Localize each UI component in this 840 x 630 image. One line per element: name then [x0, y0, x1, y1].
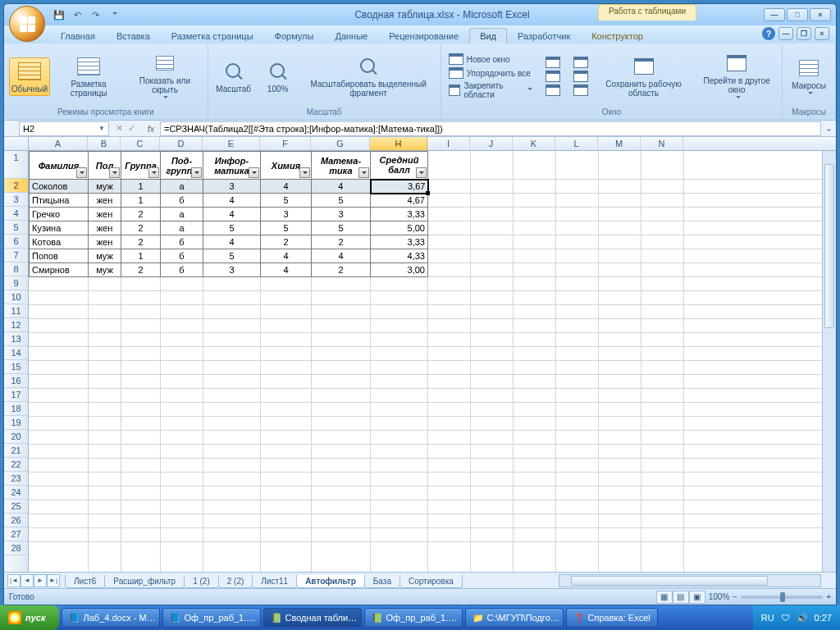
row-header-24[interactable]: 24	[4, 486, 28, 500]
cell[interactable]: 4,67	[371, 194, 428, 208]
cell[interactable]: 4	[261, 249, 312, 263]
close-button[interactable]: ×	[810, 8, 831, 21]
row-header-19[interactable]: 19	[4, 416, 28, 430]
row-header-5[interactable]: 5	[4, 221, 28, 235]
sheet-nav-prev-icon[interactable]: ◄	[21, 574, 34, 587]
tab-Формулы[interactable]: Формулы	[264, 28, 325, 43]
row-header-7[interactable]: 7	[4, 249, 28, 262]
tray-icon[interactable]: 🔊	[797, 613, 808, 623]
zoom-slider[interactable]	[741, 596, 823, 599]
cell[interactable]: 1	[121, 180, 161, 194]
col-header-E[interactable]: E	[203, 137, 260, 150]
filter-button-icon[interactable]	[416, 167, 427, 178]
sheet-tab-1 (2)[interactable]: 1 (2)	[184, 575, 219, 588]
enter-icon[interactable]: ✓	[126, 123, 138, 134]
cell[interactable]: 4	[261, 263, 312, 277]
row-header-21[interactable]: 21	[4, 444, 28, 458]
formula-bar[interactable]: =СРЗНАЧ(Таблица2[[#Эта строка];[Инфор-ма…	[160, 121, 821, 136]
col-header-C[interactable]: C	[121, 137, 160, 150]
row-header-13[interactable]: 13	[4, 332, 28, 346]
system-tray[interactable]: RU 🛡 🔊 0:27	[753, 605, 840, 630]
cell[interactable]: жен	[89, 235, 121, 249]
cell[interactable]: 4	[261, 180, 312, 194]
col-header-H[interactable]: H	[370, 137, 427, 150]
clock[interactable]: 0:27	[815, 613, 832, 623]
fx-icon[interactable]: fx	[142, 124, 160, 134]
sheet-tab-Расшир_фильтр[interactable]: Расшир_фильтр	[104, 575, 185, 588]
cell[interactable]: 5	[312, 221, 371, 235]
cell[interactable]: муж	[89, 263, 121, 277]
col-header-F[interactable]: F	[260, 137, 311, 150]
cell[interactable]: муж	[89, 180, 121, 194]
name-box[interactable]: H2▼	[19, 121, 109, 136]
cell[interactable]: 5	[261, 221, 312, 235]
row-header-12[interactable]: 12	[4, 318, 28, 332]
cell[interactable]: 5	[203, 221, 261, 235]
cell[interactable]: 3,00	[371, 263, 428, 277]
tab-Конструктор[interactable]: Конструктор	[581, 28, 654, 43]
sheet-tab-База[interactable]: База	[364, 575, 400, 588]
filter-button-icon[interactable]	[299, 167, 310, 178]
col-header-L[interactable]: L	[555, 137, 598, 150]
view-page-layout-button[interactable]: Разметка страницы	[53, 52, 124, 100]
cell[interactable]: Гречко	[30, 208, 89, 221]
row-header-27[interactable]: 27	[4, 527, 28, 541]
taskbar-item[interactable]: 📗Оф_пр_раб_1.…	[364, 608, 463, 628]
zoom-100-button[interactable]: 100%	[258, 57, 299, 96]
minimize-button[interactable]: —	[764, 8, 785, 21]
sheet-tab-Лист11[interactable]: Лист11	[252, 575, 297, 588]
row-header-14[interactable]: 14	[4, 346, 28, 360]
taskbar-item[interactable]: 📘Оф_пр_раб_1.…	[162, 608, 261, 628]
tab-Вставка[interactable]: Вставка	[106, 28, 161, 43]
row-header-8[interactable]: 8	[4, 262, 28, 276]
macros-button[interactable]: Макросы	[788, 54, 830, 99]
cell[interactable]: 5	[312, 194, 371, 208]
tab-Вид[interactable]: Вид	[469, 28, 507, 43]
col-header-J[interactable]: J	[470, 137, 513, 150]
cell[interactable]: 4	[312, 249, 371, 263]
cell[interactable]: 3,67	[371, 180, 428, 194]
row-header-6[interactable]: 6	[4, 235, 28, 249]
zoom-level[interactable]: 100%	[709, 592, 730, 601]
row-header-15[interactable]: 15	[4, 360, 28, 374]
freeze-panes-button[interactable]: Закрепить области	[446, 80, 535, 100]
cell[interactable]: 3	[312, 208, 371, 221]
cell[interactable]: 2	[121, 263, 161, 277]
cell[interactable]: 4	[203, 208, 261, 221]
cell[interactable]: 3	[203, 180, 261, 194]
cell[interactable]: жен	[89, 221, 121, 235]
cell[interactable]: б	[161, 194, 203, 208]
cell[interactable]: Птицына	[30, 194, 89, 208]
zoom-button[interactable]: Масштаб	[213, 57, 254, 96]
row-header-16[interactable]: 16	[4, 374, 28, 388]
vertical-scrollbar[interactable]	[822, 151, 836, 572]
taskbar-item[interactable]: 📘Лаб_4.docx - M…	[62, 608, 160, 628]
cell[interactable]: б	[161, 249, 203, 263]
cell[interactable]: а	[161, 180, 203, 194]
row-header-18[interactable]: 18	[4, 402, 28, 416]
row-header-25[interactable]: 25	[4, 500, 28, 514]
col-header-M[interactable]: M	[598, 137, 641, 150]
row-header-20[interactable]: 20	[4, 430, 28, 444]
table-header[interactable]: Химия	[261, 152, 312, 180]
filter-button-icon[interactable]	[76, 167, 87, 178]
language-indicator[interactable]: RU	[761, 613, 774, 623]
filter-button-icon[interactable]	[358, 167, 369, 178]
new-window-button[interactable]: Новое окно	[446, 52, 535, 66]
table-header[interactable]: Под-группа	[161, 152, 203, 180]
cell[interactable]: 2	[121, 221, 161, 235]
cell[interactable]: Смирнов	[30, 263, 89, 277]
cell[interactable]: 1	[121, 249, 161, 263]
col-header-N[interactable]: N	[641, 137, 683, 150]
cell[interactable]: 2	[121, 208, 161, 221]
row-header-9[interactable]: 9	[4, 276, 28, 290]
cell[interactable]: 3	[261, 208, 312, 221]
cell[interactable]: а	[161, 208, 203, 221]
reset-pos-button[interactable]	[571, 84, 591, 97]
table-header[interactable]: Инфор-матика	[203, 152, 261, 180]
sheet-tab-Лист6[interactable]: Лист6	[65, 575, 105, 588]
row-header-10[interactable]: 10	[4, 290, 28, 304]
filter-button-icon[interactable]	[148, 167, 159, 178]
cell[interactable]: 5	[261, 194, 312, 208]
hide-button[interactable]	[543, 70, 563, 83]
